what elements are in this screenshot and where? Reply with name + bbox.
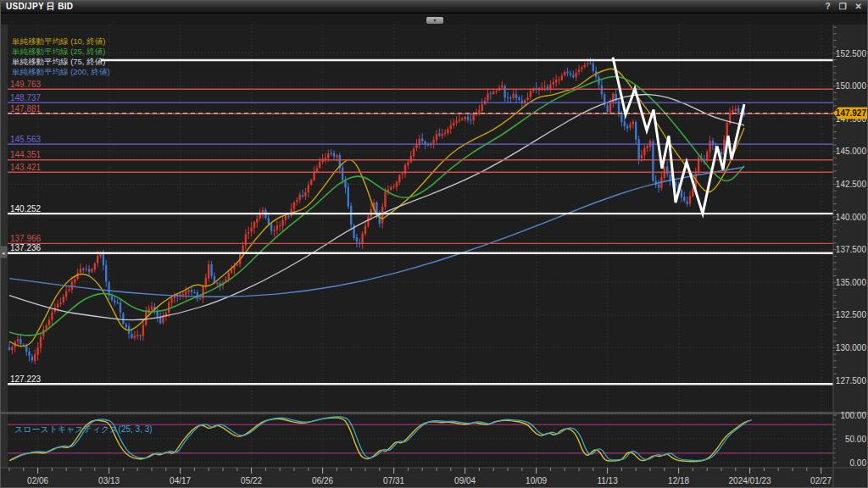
candle-up xyxy=(285,216,287,220)
price-axis-label: 135.000 xyxy=(836,278,867,287)
candle-up xyxy=(629,124,631,127)
candle-down xyxy=(268,219,270,224)
candle-up xyxy=(170,298,172,302)
candle-up xyxy=(216,283,218,284)
price-axis-label: 127.500 xyxy=(836,376,867,385)
candle-up xyxy=(231,269,232,273)
candle-down xyxy=(620,114,622,122)
panel-splitter[interactable] xyxy=(1,412,868,414)
candle-up xyxy=(413,148,415,156)
candle-up xyxy=(46,325,47,329)
candle-up xyxy=(459,119,460,121)
candle-up xyxy=(208,264,209,279)
candle-down xyxy=(302,196,303,197)
candle-up xyxy=(450,125,452,130)
price-axis-label: 142.500 xyxy=(836,180,867,189)
candle-up xyxy=(384,191,386,207)
candle-up xyxy=(473,114,475,120)
time-axis-label: 04/17 xyxy=(170,476,191,485)
candle-up xyxy=(91,269,92,272)
candle-up xyxy=(185,291,186,295)
candle-up xyxy=(236,264,238,265)
price-axis-label: 150.000 xyxy=(836,81,867,91)
candle-up xyxy=(59,302,61,304)
candle-up xyxy=(205,278,207,286)
candle-down xyxy=(606,105,608,112)
candle-up xyxy=(464,117,465,119)
candle-down xyxy=(504,86,505,98)
candle-up xyxy=(442,134,443,136)
time-axis-panel[interactable] xyxy=(1,468,833,488)
price-level-label: 148.737 xyxy=(10,93,42,103)
candle-up xyxy=(367,217,369,226)
candle-up xyxy=(735,108,737,111)
candle-up xyxy=(262,210,264,214)
price-level-label: 143.421 xyxy=(10,163,42,172)
candle-up xyxy=(709,141,710,152)
legend-item-ma: 単純移動平均線 (200, 終値) xyxy=(12,67,110,76)
title-bar[interactable]: USD/JPY 日 BID ? ❐ ✕ xyxy=(1,1,867,14)
candle-up xyxy=(325,158,326,159)
current-price-value: 147.927 xyxy=(836,108,867,118)
candle-up xyxy=(447,129,448,133)
candle-up xyxy=(279,225,281,226)
candle-up xyxy=(453,123,454,125)
candle-up xyxy=(281,220,283,226)
candle-down xyxy=(82,269,84,269)
close-icon[interactable]: ✕ xyxy=(855,3,862,11)
stoch-axis-label: 50.00 xyxy=(845,435,866,444)
candle-down xyxy=(467,117,469,119)
collapse-panel-button[interactable]: ▾ xyxy=(426,17,443,24)
candle-up xyxy=(68,290,70,291)
candle-down xyxy=(210,264,212,276)
price-level-label: 137.966 xyxy=(10,234,42,243)
chart-background xyxy=(1,25,868,488)
candle-down xyxy=(683,197,685,201)
candle-up xyxy=(641,155,643,158)
candle-up xyxy=(250,228,252,232)
candle-down xyxy=(721,152,722,154)
candle-down xyxy=(737,108,739,113)
candle-up xyxy=(732,110,733,113)
candle-up xyxy=(478,110,480,114)
help-icon[interactable]: ? xyxy=(826,3,831,11)
candle-up xyxy=(415,145,417,148)
candle-up xyxy=(612,93,614,103)
candle-down xyxy=(626,126,628,129)
candle-up xyxy=(492,92,494,94)
candle-up xyxy=(65,291,67,297)
candle-up xyxy=(136,335,138,336)
candle-up xyxy=(643,148,645,155)
candle-down xyxy=(125,324,127,327)
candle-up xyxy=(584,65,586,67)
candle-down xyxy=(114,301,115,303)
candle-down xyxy=(120,302,121,313)
candle-down xyxy=(122,313,124,324)
candle-up xyxy=(361,234,363,244)
candle-up xyxy=(526,97,528,100)
candle-down xyxy=(348,187,349,207)
candle-down xyxy=(117,302,119,303)
candle-up xyxy=(304,192,306,197)
candle-up xyxy=(578,69,580,72)
candle-up xyxy=(530,91,531,97)
candle-up xyxy=(555,80,557,82)
price-chart-canvas[interactable]: 149.763148.737147.881145.563144.351143.4… xyxy=(1,25,868,488)
price-level-label: 140.252 xyxy=(10,204,42,214)
candle-up xyxy=(97,256,98,263)
candle-up xyxy=(40,337,42,348)
candle-down xyxy=(652,141,654,180)
candle-up xyxy=(256,219,258,223)
candle-down xyxy=(131,334,132,338)
candle-up xyxy=(609,103,611,113)
candle-up xyxy=(86,269,87,269)
maximize-icon[interactable]: ❐ xyxy=(839,3,847,11)
candle-up xyxy=(327,153,329,158)
candle-down xyxy=(421,138,423,141)
candle-up xyxy=(313,171,314,180)
candle-down xyxy=(470,119,471,120)
candle-up xyxy=(444,133,446,134)
candle-up xyxy=(390,187,392,190)
candle-up xyxy=(63,297,64,302)
candle-down xyxy=(287,216,289,217)
